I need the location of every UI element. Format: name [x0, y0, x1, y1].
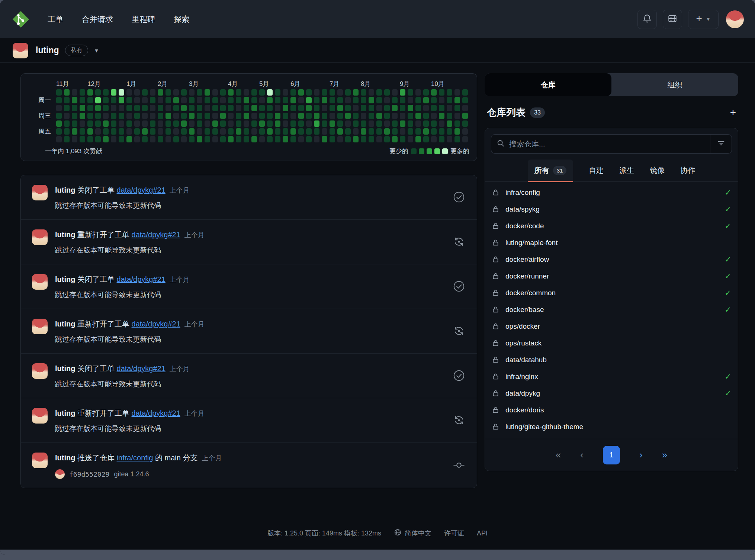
repo-row[interactable]: data/spykg✓: [485, 201, 738, 218]
repo-name-link[interactable]: infra/nginx: [505, 373, 538, 381]
repo-name-link[interactable]: data/spykg: [505, 205, 540, 213]
feed-actor-avatar[interactable]: [32, 274, 48, 290]
create-new-dropdown[interactable]: + ▼: [688, 10, 719, 29]
license-link[interactable]: 许可证: [444, 529, 464, 538]
feed-entry-link[interactable]: data/dpykg#21: [132, 231, 180, 239]
repo-name-link[interactable]: docker/airflow: [505, 255, 549, 264]
pagination-prev-button[interactable]: ‹: [580, 449, 584, 461]
profile-dropdown-icon[interactable]: ▼: [94, 48, 99, 54]
repo-row[interactable]: ops/rustack: [485, 335, 738, 351]
feed-actor-avatar[interactable]: [32, 363, 48, 379]
filter-tab-派生[interactable]: 派生: [619, 160, 634, 181]
repo-search-input[interactable]: [509, 140, 710, 148]
feed-entry-link[interactable]: data/dpykg#21: [117, 186, 166, 194]
repo-row[interactable]: luting/gitea-github-theme: [485, 418, 738, 435]
repo-row[interactable]: infra/nginx✓: [485, 368, 738, 385]
heatmap-cell: [415, 136, 421, 142]
repo-filter-button[interactable]: [710, 135, 732, 153]
notifications-button[interactable]: [637, 10, 657, 29]
repo-row[interactable]: docker/base✓: [485, 301, 738, 318]
pagination-first-button[interactable]: «: [556, 449, 561, 461]
repo-row[interactable]: docker/runner✓: [485, 268, 738, 284]
admin-panel-button[interactable]: [663, 10, 682, 29]
nav-link-里程碑[interactable]: 里程碑: [132, 14, 155, 25]
heatmap-cell: [392, 120, 398, 127]
feed-entry-link[interactable]: data/dpykg#21: [117, 275, 166, 283]
nav-link-探索[interactable]: 探索: [174, 14, 189, 25]
pagination-last-button[interactable]: »: [662, 449, 667, 461]
lock-icon: [492, 255, 499, 263]
feed-actor-avatar[interactable]: [32, 229, 48, 245]
api-link[interactable]: API: [477, 530, 488, 537]
language-selector[interactable]: 简体中文: [394, 528, 431, 538]
repo-name-link[interactable]: infra/config: [505, 189, 540, 197]
add-repo-button[interactable]: +: [730, 107, 736, 118]
feed-entry-link[interactable]: data/dpykg#21: [132, 409, 180, 417]
repo-name-link[interactable]: data/dpykg: [505, 389, 540, 398]
feed-actor-avatar[interactable]: [32, 408, 48, 424]
repo-name-link[interactable]: docker/doris: [505, 406, 544, 414]
feed-entry-link[interactable]: data/dpykg#21: [132, 320, 180, 328]
heatmap-cell: [56, 89, 62, 96]
repo-row[interactable]: data/datahub: [485, 351, 738, 368]
globe-icon: [394, 528, 402, 538]
feed-actor-avatar[interactable]: [32, 185, 48, 200]
tab-仓库[interactable]: 仓库: [485, 73, 611, 96]
feed-entry-time: 上个月: [200, 454, 222, 462]
feed-actor-name[interactable]: luting: [55, 364, 75, 373]
heatmap-cell: [150, 136, 155, 142]
heatmap-cell: [314, 97, 319, 103]
feed-actor-avatar[interactable]: [32, 319, 48, 334]
feed-entry-link[interactable]: data/dpykg#21: [117, 364, 166, 373]
heatmap-cell: [72, 89, 77, 96]
repo-row[interactable]: data/dpykg✓: [485, 385, 738, 402]
filter-tab-镜像[interactable]: 镜像: [650, 160, 665, 181]
filter-tab-自建[interactable]: 自建: [589, 160, 604, 181]
repo-name-link[interactable]: docker/code: [505, 222, 544, 230]
repo-row[interactable]: docker/airflow✓: [485, 251, 738, 268]
feed-actor-name[interactable]: luting: [55, 231, 75, 239]
repo-row[interactable]: ops/docker: [485, 318, 738, 335]
repo-name-link[interactable]: ops/docker: [505, 322, 540, 331]
heatmap-cell: [369, 113, 374, 119]
feed-actor-name[interactable]: luting: [55, 454, 75, 462]
filter-tab-协作[interactable]: 协作: [680, 160, 695, 181]
feed-actor-name[interactable]: luting: [55, 275, 75, 283]
repo-name-link[interactable]: luting/gitea-github-theme: [505, 423, 583, 431]
repo-name-link[interactable]: docker/base: [505, 306, 544, 314]
repo-row[interactable]: docker/doris: [485, 402, 738, 418]
gitea-logo-icon[interactable]: [11, 10, 30, 29]
commit-sha-link[interactable]: f69d552029: [69, 470, 109, 478]
profile-username[interactable]: luting: [36, 45, 59, 55]
heatmap-cell: [259, 89, 265, 96]
repo-name-link[interactable]: luting/maple-font: [505, 239, 558, 247]
feed-actor-name[interactable]: luting: [55, 186, 75, 194]
legend-swatch: [427, 148, 432, 154]
feed-actor-name[interactable]: luting: [55, 409, 75, 417]
heatmap-cell: [369, 136, 374, 142]
heatmap-cell: [56, 120, 62, 127]
feed-entry-link[interactable]: infra/config: [117, 454, 153, 462]
nav-link-合并请求[interactable]: 合并请求: [82, 14, 113, 25]
repo-row[interactable]: luting/maple-font: [485, 234, 738, 251]
pagination-next-button[interactable]: ›: [639, 449, 643, 461]
pagination-current-page[interactable]: 1: [603, 446, 620, 464]
repo-name-link[interactable]: docker/common: [505, 289, 556, 297]
tab-组织[interactable]: 组织: [611, 73, 738, 96]
heatmap-cell: [275, 113, 280, 119]
user-avatar[interactable]: [726, 10, 744, 28]
heatmap-cell: [197, 120, 202, 127]
feed-actor-name[interactable]: luting: [55, 320, 75, 328]
repo-name-link[interactable]: docker/runner: [505, 272, 549, 280]
filter-tab-所有[interactable]: 所有31: [528, 160, 574, 181]
feed-actor-avatar[interactable]: [32, 453, 48, 468]
heatmap-cell: [220, 105, 226, 111]
repo-name-link[interactable]: ops/rustack: [505, 339, 542, 347]
repo-row[interactable]: docker/common✓: [485, 284, 738, 301]
repo-row[interactable]: docker/code✓: [485, 218, 738, 234]
repo-row[interactable]: infra/config✓: [485, 184, 738, 201]
profile-avatar[interactable]: [13, 43, 28, 58]
repo-name-link[interactable]: data/datahub: [505, 356, 547, 364]
heatmap-cell: [314, 120, 319, 127]
nav-link-工单[interactable]: 工单: [48, 14, 63, 25]
